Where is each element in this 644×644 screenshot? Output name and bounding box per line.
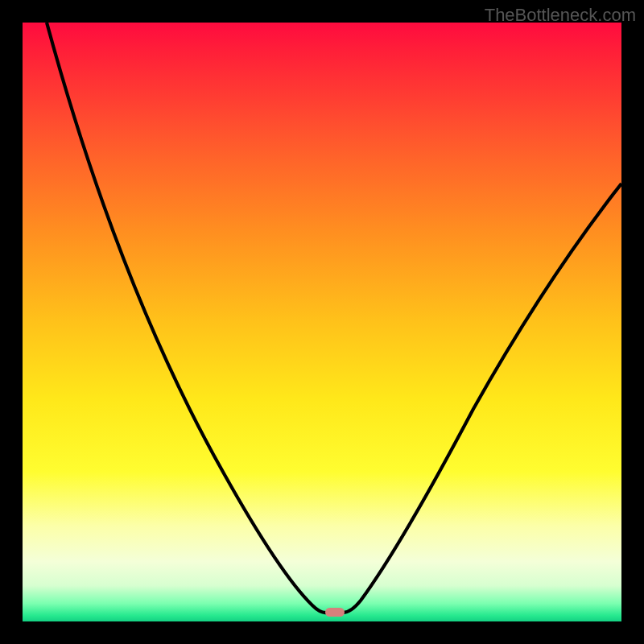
- curve-right: [343, 184, 621, 613]
- curve-left: [47, 23, 327, 613]
- chart-area: [23, 23, 621, 621]
- bottleneck-curve: [23, 23, 621, 621]
- optimal-marker: [325, 608, 345, 617]
- watermark-text: TheBottleneck.com: [485, 5, 636, 26]
